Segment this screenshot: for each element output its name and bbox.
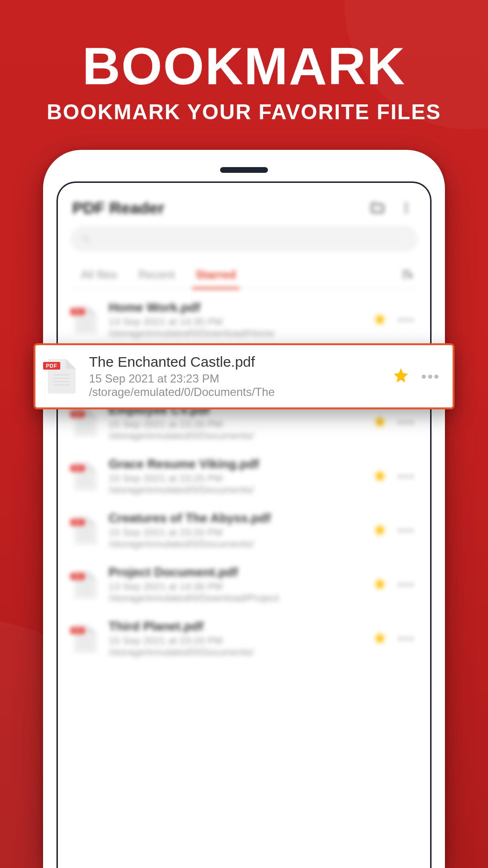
svg-point-1 [405, 207, 408, 209]
search-icon [81, 234, 91, 244]
file-title: The Enchanted Castle.pdf [89, 354, 381, 370]
file-path: /storage/emulated/0/Download/Home [109, 327, 363, 339]
svg-line-4 [88, 241, 90, 243]
file-more-button[interactable]: ••• [397, 631, 416, 646]
sort-button[interactable] [397, 268, 418, 283]
file-info: The Enchanted Castle.pdf 15 Sep 2021 at … [89, 354, 381, 399]
folder-icon [370, 200, 385, 215]
pdf-badge: PDF [70, 573, 85, 580]
file-title: Grace Resume Viking.pdf [109, 457, 363, 472]
file-info: Home Work.pdf 13 Sep 2021 at 14:35 PM /s… [109, 300, 363, 339]
file-info: Project Document.pdf 13 Sep 2021 at 14:3… [109, 565, 363, 604]
file-date: 15 Sep 2021 at 23:26 PM [109, 418, 363, 430]
phone-mockup: PDF Reader All files Recent Starred [43, 150, 445, 868]
star-button[interactable] [373, 631, 387, 647]
app-title: PDF Reader [72, 199, 358, 217]
file-title: Project Document.pdf [109, 565, 363, 580]
file-path: /storage/emulated/0/Documents/ [109, 484, 363, 496]
pdf-thumbnail: PDF [72, 622, 99, 655]
file-more-button[interactable]: ••• [421, 368, 440, 385]
file-info: Grace Resume Viking.pdf 15 Sep 2021 at 2… [109, 457, 363, 496]
star-button[interactable] [373, 414, 387, 430]
file-path: /storage/emulated/0/Documents/ [109, 430, 363, 441]
folder-button[interactable] [368, 198, 387, 217]
file-info: Third Planet.pdf 15 Sep 2021 at 23:20 PM… [109, 619, 363, 658]
pdf-badge: PDF [70, 465, 85, 472]
file-title: Third Planet.pdf [109, 619, 363, 634]
tab-all-files[interactable]: All files [70, 262, 128, 288]
file-path: /storage/emulated/0/Documents/The [89, 385, 381, 399]
pdf-thumbnail: PDF [72, 406, 99, 439]
file-more-button[interactable]: ••• [397, 312, 416, 327]
file-info: Creatures of The Abyss.pdf 15 Sep 2021 a… [109, 511, 363, 550]
file-more-button[interactable]: ••• [397, 577, 416, 592]
file-path: /storage/emulated/0/Documents/ [109, 646, 363, 658]
star-icon [392, 367, 410, 384]
pdf-thumbnail: PDF [72, 304, 99, 336]
file-date: 13 Sep 2021 at 14:35 PM [109, 316, 363, 327]
app-screen: PDF Reader All files Recent Starred [56, 181, 432, 868]
star-icon [373, 576, 387, 591]
star-icon [373, 631, 387, 645]
promo-subtitle: BOOKMARK YOUR FAVORITE FILES [0, 100, 488, 124]
file-path: /storage/emulated/0/Download/Project [109, 592, 363, 604]
sort-icon [400, 268, 414, 281]
star-icon [373, 414, 387, 428]
file-date: 15 Sep 2021 at 23:20 PM [109, 635, 363, 646]
pdf-thumbnail: PDF [72, 514, 99, 547]
overflow-menu-button[interactable] [397, 198, 416, 217]
file-more-button[interactable]: ••• [397, 415, 416, 430]
star-button[interactable] [373, 576, 387, 593]
pdf-badge: PDF [70, 411, 85, 417]
pdf-thumbnail: PDF [72, 460, 99, 493]
file-date: 15 Sep 2021 at 23:25 PM [109, 473, 363, 484]
pdf-badge: PDF [70, 519, 85, 526]
file-title: Home Work.pdf [109, 300, 363, 315]
more-vertical-icon [399, 201, 413, 214]
promo-header: BOOKMARK BOOKMARK YOUR FAVORITE FILES [0, 0, 488, 124]
file-row[interactable]: PDF Third Planet.pdf 15 Sep 2021 at 23:2… [70, 611, 418, 665]
search-input[interactable] [70, 226, 418, 252]
file-path: /storage/emulated/0/Documents/ [109, 538, 363, 550]
tab-recent[interactable]: Recent [128, 262, 185, 288]
file-row[interactable]: PDF Project Document.pdf 13 Sep 2021 at … [70, 557, 418, 611]
file-date: 15 Sep 2021 at 23:20 PM [109, 527, 363, 538]
file-row[interactable]: PDF Creatures of The Abyss.pdf 15 Sep 20… [70, 503, 418, 557]
pdf-badge: PDF [43, 362, 60, 370]
star-button[interactable] [373, 312, 387, 328]
file-date: 15 Sep 2021 at 23:23 PM [89, 372, 381, 385]
tab-starred[interactable]: Starred [185, 262, 246, 288]
file-more-button[interactable]: ••• [397, 469, 416, 484]
pdf-thumbnail: PDF [46, 357, 78, 395]
tabs: All files Recent Starred [70, 262, 418, 289]
star-button[interactable] [373, 468, 387, 485]
pdf-badge: PDF [70, 308, 85, 315]
pdf-badge: PDF [70, 627, 85, 634]
file-row[interactable]: PDF Home Work.pdf 13 Sep 2021 at 14:35 P… [70, 293, 418, 347]
file-date: 13 Sep 2021 at 14:36 PM [109, 581, 363, 592]
star-button[interactable] [392, 367, 410, 386]
pdf-thumbnail: PDF [72, 568, 99, 601]
highlighted-file-row[interactable]: PDF The Enchanted Castle.pdf 15 Sep 2021… [33, 343, 455, 409]
promo-title: BOOKMARK [0, 35, 488, 96]
svg-point-2 [405, 211, 408, 213]
file-title: Creatures of The Abyss.pdf [109, 511, 363, 526]
svg-point-0 [405, 203, 408, 205]
star-icon [373, 468, 387, 483]
star-icon [373, 522, 387, 537]
star-icon [373, 312, 387, 326]
file-row[interactable]: PDF Grace Resume Viking.pdf 15 Sep 2021 … [70, 449, 418, 503]
svg-point-3 [83, 236, 89, 242]
file-more-button[interactable]: ••• [397, 523, 416, 538]
phone-notch [220, 167, 268, 173]
app-bar: PDF Reader [70, 196, 418, 226]
star-button[interactable] [373, 522, 387, 539]
